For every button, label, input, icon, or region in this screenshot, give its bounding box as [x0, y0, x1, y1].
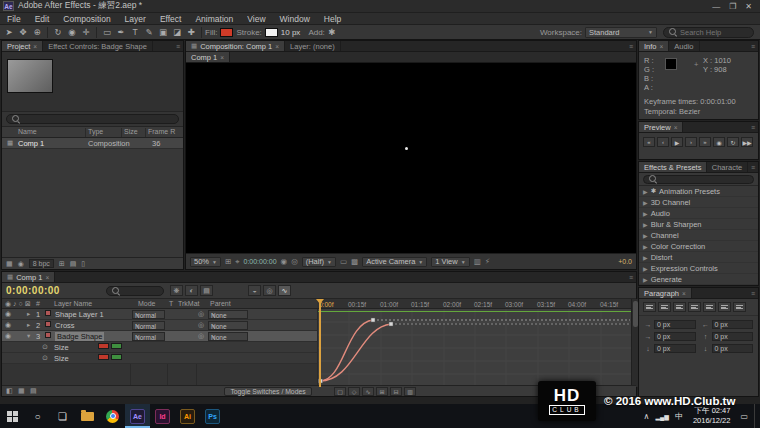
category-blur-sharpen[interactable]: ▶ Blur & Sharpen	[639, 219, 758, 230]
close-icon[interactable]: ×	[674, 124, 678, 131]
pixel-aspect-icon[interactable]: ▥	[474, 257, 481, 266]
fill-color-swatch[interactable]	[220, 28, 233, 37]
category-generate[interactable]: ▶ Generate	[639, 274, 758, 285]
chrome-button[interactable]	[100, 404, 125, 428]
resolution-dropdown[interactable]: (Half) ▼	[302, 257, 336, 267]
expander-icon[interactable]: ▸	[27, 310, 30, 318]
taskbar-photoshop-button[interactable]: Ps	[200, 404, 225, 428]
add-shape-attribute-icon[interactable]: ✱	[325, 27, 339, 37]
taskbar-search-button[interactable]: ○	[25, 404, 50, 428]
visibility-eye-icon[interactable]: ◉	[5, 321, 11, 329]
justify-last-left-button[interactable]	[688, 302, 701, 312]
timeline-scrollbar[interactable]	[631, 299, 638, 387]
exposure-value[interactable]: +0.0	[618, 258, 632, 265]
next-frame-button[interactable]: ›	[685, 137, 697, 147]
help-search-input[interactable]	[680, 28, 748, 37]
puppet-pin-tool[interactable]: ✚	[184, 27, 198, 37]
close-icon[interactable]: ×	[660, 43, 664, 50]
menu-edit[interactable]: Edit	[28, 14, 57, 24]
close-icon[interactable]: ×	[33, 43, 37, 50]
tab-preview[interactable]: Preview ×	[639, 122, 683, 132]
current-timecode[interactable]: 0:00:00:00	[6, 285, 60, 296]
workspace-dropdown[interactable]: Standard ▼	[585, 27, 657, 38]
toggle-switches-modes-button[interactable]: Toggle Switches / Modes	[224, 387, 312, 396]
parent-dropdown[interactable]: None▼	[208, 310, 248, 319]
region-of-interest-icon[interactable]: ▭	[340, 257, 347, 266]
column-frame-rate[interactable]: Frame R	[148, 128, 175, 135]
visibility-eye-icon[interactable]: ◉	[5, 332, 11, 340]
align-center-button[interactable]	[658, 302, 671, 312]
category-3d-channel[interactable]: ▶ 3D Channel	[639, 197, 758, 208]
clone-stamp-tool[interactable]: ▣	[156, 27, 170, 37]
project-item-comp1[interactable]: ▦ Comp 1 Composition 36	[2, 138, 183, 149]
pickwhip-icon[interactable]: ◎	[198, 321, 204, 329]
stroke-width-value[interactable]: 10 px	[281, 28, 301, 37]
timeline-search-input[interactable]	[123, 287, 159, 296]
column-t[interactable]: T	[169, 300, 173, 307]
safe-zones-icon[interactable]: ⊞	[225, 257, 231, 266]
time-ruler[interactable]: 0:00f 00:15f 01:00f 01:15f 02:00f 02:15f…	[317, 299, 631, 309]
align-right-button[interactable]	[673, 302, 686, 312]
pan-behind-tool[interactable]: ✛	[79, 27, 93, 37]
type-tool[interactable]: T	[128, 27, 142, 37]
audio-toggle-button[interactable]: ◉	[713, 137, 725, 147]
menu-layer[interactable]: Layer	[118, 14, 153, 24]
frame-blend-icon[interactable]: ◒	[248, 285, 261, 296]
timeline-search[interactable]	[106, 286, 164, 296]
visibility-eye-icon[interactable]: ◉	[5, 310, 11, 318]
first-line-indent-field[interactable]: 0 px	[654, 332, 696, 341]
magnification-dropdown[interactable]: 50% ▼	[190, 257, 221, 267]
subtab-comp1[interactable]: Comp 1 ×	[186, 52, 230, 62]
eraser-tool[interactable]: ◪	[170, 27, 184, 37]
layer-color-chip[interactable]	[45, 332, 51, 338]
column-name[interactable]: Name	[18, 128, 37, 135]
column-layer-name[interactable]: Layer Name	[54, 300, 92, 307]
close-icon[interactable]: ×	[275, 43, 279, 50]
maximize-button[interactable]: ❐	[729, 2, 736, 11]
mode-dropdown[interactable]: Normal▼	[132, 321, 165, 330]
taskbar-illustrator-button[interactable]: Ai	[175, 404, 200, 428]
shape-tool[interactable]: ▭	[100, 27, 114, 37]
layer-color-chip[interactable]	[45, 310, 51, 316]
menu-help[interactable]: Help	[317, 14, 348, 24]
camera-tool[interactable]: ◉	[65, 27, 79, 37]
task-view-button[interactable]: ❏	[50, 404, 75, 428]
panel-menu-icon[interactable]: ≡	[748, 162, 758, 172]
minimize-button[interactable]: —	[712, 2, 720, 11]
panel-menu-icon[interactable]: ≡	[626, 41, 636, 51]
column-trkmat[interactable]: TrkMat	[178, 300, 200, 307]
spacing-field[interactable]: 0 px	[712, 344, 754, 353]
layer-color-chip[interactable]	[45, 321, 51, 327]
viewer-timecode[interactable]: 0:00:00:00	[244, 258, 277, 265]
space-before-field[interactable]: 0 px	[712, 332, 754, 341]
menu-file[interactable]: File	[0, 14, 28, 24]
new-folder-icon[interactable]: ⊞	[59, 260, 65, 268]
auto-zoom-graph-icon[interactable]: ∿	[362, 387, 374, 396]
selection-tool[interactable]: ➤	[2, 27, 16, 37]
panel-menu-icon[interactable]: ≡	[748, 41, 758, 51]
effects-search[interactable]	[643, 175, 754, 184]
graph-type-icon[interactable]: ▢	[334, 387, 346, 396]
category-distort[interactable]: ▶ Distort	[639, 252, 758, 263]
menu-composition[interactable]: Composition	[56, 14, 117, 24]
close-button[interactable]: ✕	[745, 2, 752, 11]
project-search-input[interactable]	[23, 115, 91, 124]
taskbar-indesign-button[interactable]: Id	[150, 404, 175, 428]
parent-dropdown[interactable]: None▼	[208, 332, 248, 341]
pickwhip-icon[interactable]: ◎	[198, 332, 204, 340]
play-button[interactable]: ▶	[671, 137, 683, 147]
view-layout-dropdown[interactable]: 1 View ▼	[431, 257, 469, 267]
graph-editor-toggle-icon[interactable]: ∿	[278, 285, 291, 296]
indent-left-field[interactable]: 0 px	[654, 320, 696, 329]
space-after-field[interactable]: 0 px	[654, 344, 696, 353]
mode-dropdown[interactable]: Normal▼	[132, 332, 165, 341]
stroke-color-swatch[interactable]	[265, 28, 278, 37]
interpret-footage-icon[interactable]: ▦	[6, 260, 13, 268]
expand-inout-icon[interactable]: ▤	[30, 387, 37, 395]
panel-menu-icon[interactable]: ≡	[748, 122, 758, 132]
menu-view[interactable]: View	[240, 14, 272, 24]
new-composition-icon[interactable]: ▤	[70, 260, 77, 268]
category-expression-controls[interactable]: ▶ Expression Controls	[639, 263, 758, 274]
column-type[interactable]: Type	[88, 128, 103, 135]
last-frame-button[interactable]: »	[699, 137, 711, 147]
